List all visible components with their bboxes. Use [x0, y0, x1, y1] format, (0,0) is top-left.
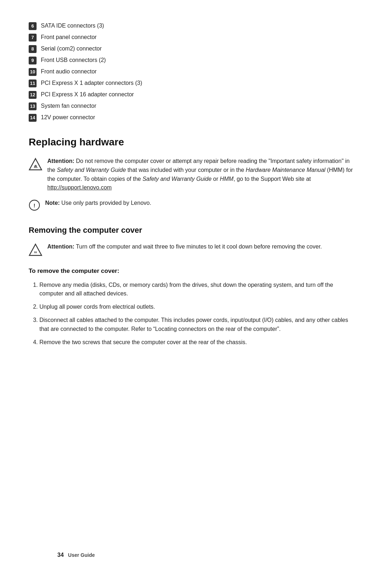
- footer-label: User Guide: [68, 551, 95, 559]
- list-item: 10Front audio connector: [29, 67, 358, 76]
- list-item: 11PCI Express X 1 adapter connectors (3): [29, 79, 358, 87]
- warning-icon-2: ss: [29, 243, 42, 259]
- connector-list: 6SATA IDE connectors (3)7Front panel con…: [29, 21, 358, 122]
- connector-label: SATA IDE connectors (3): [41, 21, 104, 30]
- badge: 9: [29, 57, 37, 64]
- replacing-hardware-attention-text: Attention: Do not remove the computer co…: [47, 157, 358, 192]
- footer: 34 User Guide: [57, 551, 95, 559]
- page-number: 34: [57, 551, 64, 559]
- svg-text:ss: ss: [34, 164, 37, 168]
- list-item: 7Front panel connector: [29, 33, 358, 42]
- list-item: Remove any media (disks, CDs, or memory …: [39, 281, 358, 299]
- badge: 12: [29, 91, 37, 99]
- connector-label: PCI Express X 1 adapter connectors (3): [41, 79, 142, 87]
- badge: 6: [29, 22, 37, 30]
- connector-label: Front USB connectors (2): [41, 56, 106, 64]
- svg-text:ss: ss: [34, 250, 37, 254]
- replacing-hardware-heading: Replacing hardware: [29, 135, 358, 150]
- svg-text:!: !: [33, 202, 35, 208]
- note-icon: !: [29, 199, 40, 213]
- removing-cover-heading: Removing the computer cover: [29, 224, 358, 236]
- warning-icon: ⚠ ss: [29, 158, 42, 174]
- note-block: ! Note: Use only parts provided by Lenov…: [29, 199, 358, 213]
- connector-label: PCI Express X 16 adapter connector: [41, 90, 134, 99]
- list-item: Unplug all power cords from electrical o…: [39, 303, 358, 312]
- connector-label: Front audio connector: [41, 67, 97, 76]
- connector-label: System fan connector: [41, 102, 96, 110]
- badge: 8: [29, 45, 37, 53]
- connector-label: Front panel connector: [41, 33, 97, 42]
- connector-label: 12V power connector: [41, 113, 95, 122]
- badge: 14: [29, 114, 37, 122]
- list-item: 12PCI Express X 16 adapter connector: [29, 90, 358, 99]
- badge: 10: [29, 68, 37, 76]
- lenovo-support-link[interactable]: http://support.lenovo.com: [47, 184, 112, 191]
- list-item: 9Front USB connectors (2): [29, 56, 358, 64]
- remove-cover-subheading: To remove the computer cover:: [29, 266, 358, 276]
- connector-label: Serial (com2) connector: [41, 44, 102, 53]
- remove-cover-steps: Remove any media (disks, CDs, or memory …: [29, 281, 358, 347]
- list-item: 8Serial (com2) connector: [29, 44, 358, 53]
- list-item: 6SATA IDE connectors (3): [29, 21, 358, 30]
- list-item: Disconnect all cables attached to the co…: [39, 316, 358, 334]
- removing-cover-attention-text: Attention: Turn off the computer and wai…: [47, 242, 322, 251]
- badge: 13: [29, 102, 37, 110]
- replacing-hardware-attention-block: ⚠ ss Attention: Do not remove the comput…: [29, 157, 358, 192]
- badge: 7: [29, 34, 37, 42]
- badge: 11: [29, 79, 37, 87]
- note-text: Note: Use only parts provided by Lenovo.: [45, 199, 151, 208]
- list-item: 13System fan connector: [29, 102, 358, 110]
- list-item: Remove the two screws that secure the co…: [39, 338, 358, 347]
- list-item: 1412V power connector: [29, 113, 358, 122]
- removing-cover-attention-block: ss Attention: Turn off the computer and …: [29, 242, 358, 259]
